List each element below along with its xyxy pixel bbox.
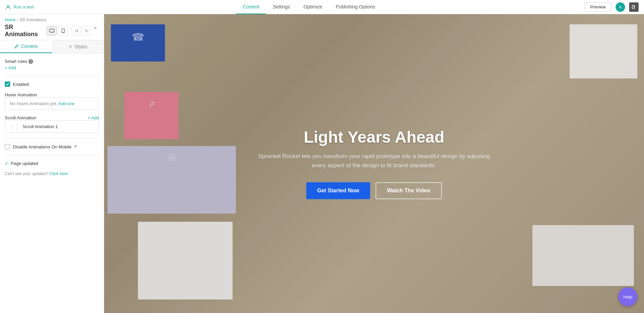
paper-light2-card (532, 225, 634, 286)
preview-area: ☎ ⇗ Ⓐ Light Years Ahead Sprocket Rocket … (104, 14, 644, 313)
disable-mobile-checkbox[interactable] (5, 144, 10, 149)
mobile-view-button[interactable] (58, 26, 68, 35)
click-here-link[interactable]: Click here (50, 171, 68, 176)
top-nav: Run a test Content Settings Optimize Pub… (0, 0, 644, 14)
paper-bottom-left-card (138, 222, 233, 299)
tab-settings[interactable]: Settings (266, 0, 297, 14)
smart-rules-info-icon: ? (28, 59, 33, 64)
desktop-icon (49, 29, 54, 33)
divider-3 (5, 155, 99, 155)
desktop-view-button[interactable] (47, 26, 57, 35)
undo-button[interactable]: ↺ (72, 26, 81, 35)
tab-optimize[interactable]: Optimize (297, 0, 329, 14)
disable-mobile-info-icon: ? (74, 144, 76, 149)
sidebar-tabs: Content ✕ Styles (0, 40, 104, 53)
scroll-animation-section: Scroll Animation + Add ⋮⋮ Scroll Animati… (5, 115, 99, 133)
paper-lavender-card: Ⓐ (108, 146, 236, 214)
top-nav-right: Preview A (585, 2, 639, 12)
drag-handle-icon[interactable]: ⋮⋮ (9, 123, 20, 130)
hero-content: Light Years Ahead Sprocket Rocket lets y… (256, 128, 493, 199)
hero-title: Light Years Ahead (256, 128, 493, 146)
preview-button[interactable]: Preview (585, 2, 612, 11)
sidebar-tab-content[interactable]: Content (0, 40, 52, 53)
hover-animation-section: Hover Animation No Hover Animation yet. … (5, 92, 99, 110)
paper-pink-card: ⇗ (124, 92, 178, 139)
page-updated-status: ✓ Page updated (5, 161, 99, 166)
divider-2 (5, 138, 99, 139)
smart-rules-label: Smart rules ? (5, 59, 33, 64)
paper-blue-card: ☎ (111, 24, 165, 62)
scroll-animation-header: Scroll Animation + Add (5, 115, 99, 120)
page-icon[interactable] (629, 2, 639, 12)
add-hover-animation-link[interactable]: Add one (58, 101, 74, 106)
sidebar-header: Home › SR Animations SR Animations (0, 14, 104, 40)
scroll-animation-label: Scroll Animation (5, 115, 36, 120)
undo-redo-group: ↺ ↻ (72, 26, 91, 35)
breadcrumb: Home › SR Animations (5, 18, 91, 22)
svg-point-4 (63, 32, 64, 32)
check-icon (6, 83, 9, 86)
sidebar: Home › SR Animations SR Animations (0, 14, 104, 313)
tab-content[interactable]: Content (236, 0, 266, 14)
get-started-button[interactable]: Get Started Now (306, 183, 370, 199)
smart-rules-section: Smart rules ? + Add (5, 59, 99, 70)
add-smart-rule-button[interactable]: + Add (5, 65, 99, 70)
add-scroll-animation-button[interactable]: + Add (88, 115, 99, 120)
enabled-checkbox[interactable] (5, 81, 10, 87)
hover-animation-label: Hover Animation (5, 92, 99, 97)
main-area: Home › SR Animations SR Animations (0, 14, 644, 313)
run-test-link[interactable]: Run a test (5, 4, 33, 10)
sidebar-body: Smart rules ? + Add Enabled (0, 53, 104, 182)
page-updated-check-icon: ✓ (5, 161, 9, 166)
hero-background: ☎ ⇗ Ⓐ Light Years Ahead Sprocket Rocket … (104, 14, 644, 313)
page-title: SR Animations (5, 24, 43, 38)
watch-video-button[interactable]: Watch The Video (376, 183, 442, 199)
hero-subtitle: Sprocket Rocket lets you transform your … (256, 152, 493, 170)
breadcrumb-home[interactable]: Home (5, 18, 16, 22)
scroll-animation-item: ⋮⋮ Scroll Animation 1 (5, 120, 99, 133)
redo-button[interactable]: ↻ (82, 26, 91, 35)
tab-publishing-options[interactable]: Publishing Options (329, 0, 382, 14)
paper-light1-card (570, 24, 637, 78)
page-icon-svg (631, 5, 636, 9)
breadcrumb-page: SR Animations (20, 18, 46, 22)
help-button[interactable]: Help (618, 287, 637, 306)
styles-x-icon: ✕ (68, 44, 73, 50)
run-test-icon (5, 4, 11, 10)
user-avatar[interactable]: A (616, 2, 625, 12)
disable-mobile-row: Disable Animations On Mobile ? (5, 144, 99, 149)
svg-rect-2 (49, 29, 54, 32)
content-pencil-icon (14, 44, 19, 49)
view-toggles: ↺ ↻ (47, 26, 91, 35)
enabled-checkbox-row: Enabled (5, 81, 99, 87)
svg-point-0 (7, 5, 9, 7)
breadcrumb-separator: › (17, 18, 18, 22)
collapse-sidebar-button[interactable]: « (91, 24, 99, 32)
hover-animation-box: No Hover Animation yet. Add one (5, 97, 99, 110)
sidebar-header-left: Home › SR Animations SR Animations (5, 18, 91, 38)
hero-buttons: Get Started Now Watch The Video (256, 183, 493, 199)
sidebar-tab-styles[interactable]: ✕ Styles (52, 40, 104, 53)
cant-see-updates: Can't see your updates? Click here (5, 171, 99, 176)
mobile-icon (62, 28, 65, 33)
nav-tabs: Content Settings Optimize Publishing Opt… (236, 0, 382, 14)
divider-1 (5, 76, 99, 76)
